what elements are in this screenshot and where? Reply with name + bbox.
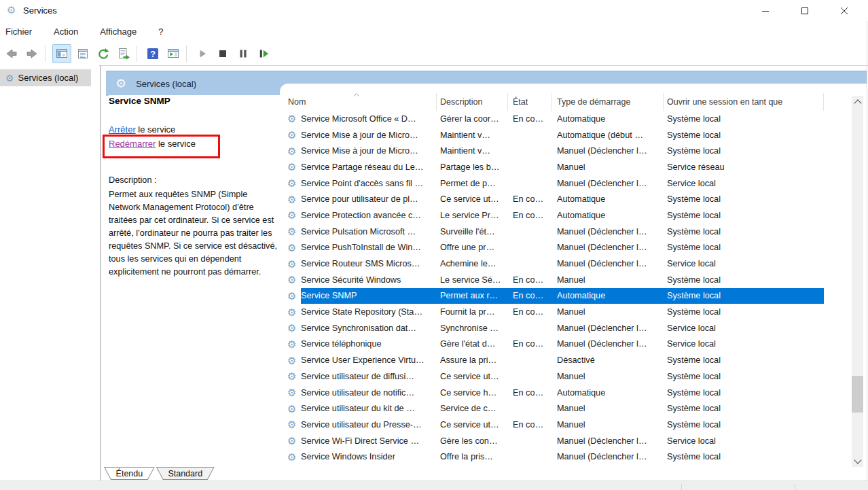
- stop-service-suffix: le service: [136, 124, 176, 135]
- table-row[interactable]: ⚙Service Wi-Fi Direct Service …Gère les …: [280, 433, 854, 449]
- table-row[interactable]: ⚙Service Protection avancée c…Le service…: [280, 207, 854, 224]
- cell-description: Service de c…: [440, 404, 513, 413]
- export-list-icon[interactable]: [115, 45, 132, 63]
- table-row[interactable]: ⚙Service State Repository (Sta…Fournit l…: [280, 304, 854, 320]
- pause-service-icon[interactable]: [234, 45, 252, 63]
- panel-divider[interactable]: [100, 65, 101, 480]
- service-gear-icon: ⚙: [280, 291, 301, 301]
- cell-session: Service local: [667, 259, 824, 268]
- service-gear-icon: ⚙: [280, 436, 301, 446]
- table-row[interactable]: ⚙Service Point d'accès sans fil …Permet …: [280, 175, 854, 192]
- cell-name: Service utilisateur de diffusi…: [301, 372, 440, 381]
- table-row[interactable]: ⚙Service Mise à jour de Micro…Maintient …: [280, 143, 854, 159]
- table-row[interactable]: ⚙Service pour utilisateur de pl…Ce servi…: [280, 191, 854, 207]
- help-icon[interactable]: ?: [144, 45, 162, 63]
- service-gear-icon: ⚙: [280, 113, 301, 124]
- properties-icon[interactable]: [74, 45, 92, 63]
- tab-etendu[interactable]: Étendu: [104, 467, 155, 480]
- cell-description: Permet aux r…: [440, 291, 513, 300]
- table-row[interactable]: ⚙Service PushToInstall de Win…Offre une …: [280, 240, 854, 256]
- scroll-down-icon[interactable]: [852, 455, 863, 467]
- column-header-session[interactable]: Ouvrir une session en tant que: [664, 93, 824, 111]
- table-row[interactable]: ⚙Service utilisateur du Presse-…Ce servi…: [280, 417, 854, 433]
- service-gear-icon: ⚙: [280, 307, 301, 317]
- table-row[interactable]: ⚙Service utilisateur de diffusi…Ce servi…: [280, 368, 854, 385]
- menu-fichier[interactable]: Fichier: [0, 23, 40, 40]
- cell-etat: En co…: [513, 194, 557, 204]
- column-header-description[interactable]: Description: [437, 93, 508, 111]
- tree-item-services-local[interactable]: ⚙ Services (local): [0, 69, 91, 86]
- cell-description: Gérer la coor…: [440, 114, 513, 124]
- cell-etat: En co…: [513, 307, 557, 317]
- menu-action[interactable]: Action: [46, 23, 86, 40]
- maximize-button[interactable]: [789, 0, 820, 21]
- menu-help[interactable]: ?: [150, 23, 171, 40]
- table-row[interactable]: ⚙Service SNMPPermet aux r…En co…Automati…: [280, 288, 854, 304]
- cell-name: Service Mise à jour de Micro…: [301, 146, 440, 156]
- table-row[interactable]: ⚙Service User Experience Virtu…Assure la…: [280, 352, 854, 368]
- cell-name: Service Routeur SMS Micros…: [301, 259, 440, 268]
- close-button[interactable]: [829, 0, 860, 21]
- table-row[interactable]: ⚙Service Pulsation Microsoft …Surveille …: [280, 224, 854, 240]
- column-header-etat[interactable]: État: [508, 93, 552, 111]
- description-text: Permet aux requêtes SNMP (Simple Network…: [109, 188, 281, 279]
- start-service-icon[interactable]: [194, 45, 211, 63]
- services-app-icon: ⚙: [7, 5, 16, 16]
- cell-name: Service Wi-Fi Direct Service …: [301, 436, 440, 446]
- refresh-icon[interactable]: [94, 45, 112, 63]
- toolbar-separator: [45, 46, 46, 62]
- cell-name: Service utilisateur du kit de …: [301, 404, 440, 413]
- table-row[interactable]: ⚙Service Mise à jour de Micro…Maintient …: [280, 127, 854, 143]
- cell-session: Service local: [667, 339, 824, 349]
- table-row[interactable]: ⚙Service Windows InsiderOffre la pris…Ma…: [280, 449, 854, 465]
- service-gear-icon: ⚙: [280, 419, 301, 430]
- forward-icon[interactable]: [23, 45, 41, 63]
- cell-session: Système local: [667, 243, 824, 252]
- cell-name: Service Point d'accès sans fil …: [301, 179, 440, 188]
- title-bar: ⚙ Services: [0, 0, 868, 21]
- cell-description: Gère l'état d…: [440, 339, 513, 349]
- table-row[interactable]: ⚙Service Synchronisation dat…Synchronise…: [280, 320, 854, 336]
- cell-session: Système local: [667, 130, 824, 140]
- stop-service-link[interactable]: Arrêter: [109, 124, 136, 135]
- cell-session: Système local: [667, 355, 824, 365]
- stop-service-icon[interactable]: [214, 45, 232, 63]
- cell-description: Offre la pris…: [440, 452, 513, 461]
- table-row[interactable]: ⚙Service téléphoniqueGère l'état d…En co…: [280, 336, 854, 353]
- cell-type-demarrage: Manuel (Déclencher l…: [557, 146, 667, 156]
- cell-etat: En co…: [513, 211, 557, 220]
- tree-item-label: Services (local): [18, 73, 79, 83]
- window-right-border: [867, 21, 867, 480]
- cell-type-demarrage: Manuel: [557, 372, 667, 381]
- table-row[interactable]: ⚙Service Sécurité WindowsLe service Sé…E…: [280, 272, 854, 288]
- show-action-pane-icon[interactable]: [164, 45, 182, 63]
- scroll-up-icon[interactable]: [852, 96, 863, 107]
- table-row[interactable]: ⚙Service utilisateur de notific…Ce servi…: [280, 385, 854, 401]
- scrollbar-thumb[interactable]: [852, 376, 863, 413]
- table-row[interactable]: ⚙Service Microsoft Office « D…Gérer la c…: [280, 111, 854, 127]
- column-header-type-demarrage[interactable]: Type de démarrage: [552, 93, 664, 111]
- vertical-scrollbar[interactable]: [852, 96, 863, 467]
- service-gear-icon: ⚙: [280, 210, 301, 220]
- table-row[interactable]: ⚙Service utilisateur du kit de …Service …: [280, 400, 854, 417]
- menu-affichage[interactable]: Affichage: [92, 23, 145, 40]
- cell-description: Le service Pr…: [440, 211, 513, 220]
- console-tree-panel: ⚙ Services (local): [0, 65, 99, 480]
- service-gear-icon: ⚙: [280, 371, 301, 381]
- cell-session: Système local: [667, 452, 824, 461]
- minimize-button[interactable]: [750, 0, 781, 21]
- toolbar-separator: [186, 46, 187, 62]
- service-gear-icon: ⚙: [280, 355, 301, 366]
- table-row[interactable]: ⚙Service Routeur SMS Micros…Achemine le……: [280, 256, 854, 272]
- service-gear-icon: ⚙: [280, 323, 301, 333]
- show-console-tree-icon[interactable]: [52, 44, 71, 63]
- cell-type-demarrage: Automatique: [557, 211, 667, 220]
- back-icon[interactable]: [3, 45, 20, 63]
- panel-header-title: Services (local): [136, 79, 196, 89]
- table-row[interactable]: ⚙Service Partage réseau du Le…Partage le…: [280, 159, 854, 175]
- restart-service-icon[interactable]: [255, 45, 272, 63]
- cell-name: Service Microsoft Office « D…: [301, 114, 440, 124]
- tab-standard[interactable]: Standard: [156, 467, 215, 480]
- cell-name: Service Partage réseau du Le…: [301, 162, 440, 172]
- cell-name: Service Sécurité Windows: [301, 275, 440, 285]
